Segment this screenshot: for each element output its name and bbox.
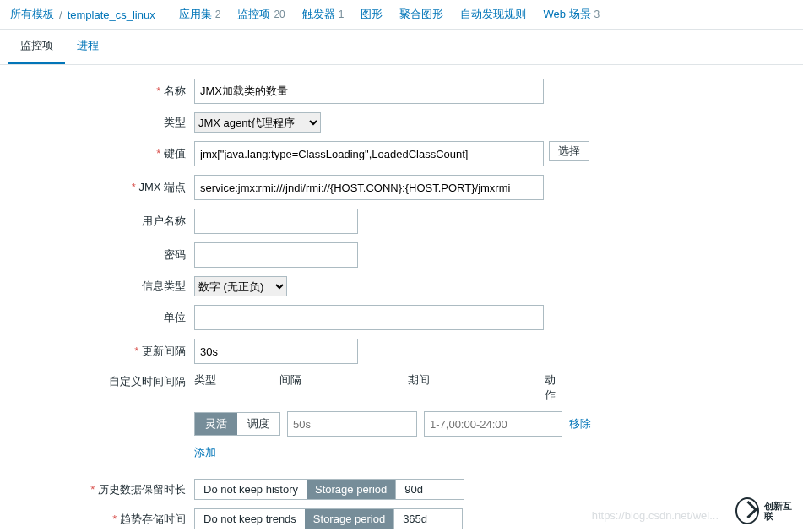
interval-row: 灵活 调度 移除 <box>194 411 591 437</box>
history-period[interactable]: Storage period <box>307 480 395 499</box>
key-input[interactable] <box>194 141 544 166</box>
breadcrumb-template[interactable]: template_cs_linux <box>68 8 155 21</box>
tab-screens-label: 聚合图形 <box>399 7 443 22</box>
sub-nav: 监控项 进程 <box>0 30 803 65</box>
trends-none[interactable]: Do not keep trends <box>195 509 305 529</box>
tab-applications-count: 2 <box>215 8 221 20</box>
jmx-endpoint-input[interactable] <box>194 175 544 200</box>
tab-discovery[interactable]: 自动发现规则 <box>452 5 534 24</box>
subtab-item[interactable]: 监控项 <box>8 30 65 64</box>
label-info-type: 信息类型 <box>8 279 194 294</box>
update-interval-input[interactable] <box>194 339 358 364</box>
tab-items[interactable]: 监控项 20 <box>229 5 293 24</box>
unit-input[interactable] <box>194 305 544 330</box>
history-toggle: Do not keep history Storage period <box>194 479 396 500</box>
label-password: 密码 <box>8 247 194 263</box>
tab-triggers[interactable]: 触发器 1 <box>294 5 353 24</box>
interval-type-scheduling[interactable]: 调度 <box>237 413 279 435</box>
tab-graphs-label: 图形 <box>361 7 383 22</box>
interval-delay-input[interactable] <box>287 411 417 437</box>
tab-web[interactable]: Web 场景 3 <box>534 5 608 24</box>
tab-items-count: 20 <box>274 8 285 20</box>
label-key: 键值 <box>8 146 194 161</box>
interval-col-interval: 间隔 <box>279 372 408 403</box>
tab-items-label: 监控项 <box>237 7 270 22</box>
tab-discovery-label: 自动发现规则 <box>460 7 526 22</box>
label-unit: 单位 <box>8 310 194 325</box>
interval-type-flexible[interactable]: 灵活 <box>195 413 237 435</box>
history-value[interactable]: 90d <box>396 479 464 500</box>
history-none[interactable]: Do not keep history <box>195 480 307 499</box>
tab-web-label: Web 场景 <box>543 7 590 22</box>
nav-tabs: 应用集 2 监控项 20 触发器 1 图形 聚合图形 自动发现规则 Web 场景… <box>171 5 609 24</box>
subtab-process[interactable]: 进程 <box>65 30 111 64</box>
interval-col-action: 动作 <box>545 372 566 403</box>
interval-col-period: 期间 <box>408 372 545 403</box>
tab-applications[interactable]: 应用集 2 <box>171 5 230 24</box>
info-type-select[interactable]: 数字 (无正负) <box>194 276 287 296</box>
label-custom-intervals: 自定义时间间隔 <box>8 372 194 389</box>
tab-web-count: 3 <box>594 8 600 20</box>
tab-triggers-label: 触发器 <box>302 7 335 22</box>
tab-applications-label: 应用集 <box>179 7 212 22</box>
label-trends: 趋势存储时间 <box>8 512 194 527</box>
tab-graphs[interactable]: 图形 <box>352 5 391 24</box>
corner-logo: 创新互联 <box>735 497 796 525</box>
trends-value[interactable]: 365d <box>394 508 463 529</box>
label-name: 名称 <box>8 84 194 99</box>
username-input[interactable] <box>194 209 358 234</box>
interval-col-type: 类型 <box>194 372 279 403</box>
type-select[interactable]: JMX agent代理程序 <box>194 112 321 133</box>
logo-icon <box>735 497 759 524</box>
label-history: 历史数据保留时长 <box>8 482 194 497</box>
interval-add-link[interactable]: 添加 <box>194 446 216 459</box>
label-jmx-endpoint: JMX 端点 <box>8 180 194 195</box>
item-form: 名称 类型 JMX agent代理程序 键值 选择 JMX 端点 用户名称 密码… <box>0 65 803 532</box>
interval-remove-link[interactable]: 移除 <box>569 416 591 432</box>
select-button[interactable]: 选择 <box>549 141 589 161</box>
name-input[interactable] <box>194 79 544 104</box>
breadcrumb-root[interactable]: 所有模板 <box>10 7 54 22</box>
tab-triggers-count: 1 <box>339 8 345 20</box>
interval-period-input[interactable] <box>424 411 562 437</box>
trends-period[interactable]: Storage period <box>305 509 393 529</box>
label-username: 用户名称 <box>8 214 194 229</box>
breadcrumb: 所有模板 / template_cs_linux <box>10 7 155 22</box>
breadcrumb-separator: / <box>59 8 62 21</box>
trends-toggle: Do not keep trends Storage period <box>194 508 394 529</box>
password-input[interactable] <box>194 242 358 268</box>
label-update-interval: 更新间隔 <box>8 344 194 359</box>
tab-screens[interactable]: 聚合图形 <box>391 5 452 24</box>
interval-header: 类型 间隔 期间 动作 <box>194 372 566 403</box>
interval-type-segment: 灵活 调度 <box>194 412 280 436</box>
top-nav: 所有模板 / template_cs_linux 应用集 2 监控项 20 触发… <box>0 0 803 30</box>
logo-text: 创新互联 <box>764 501 796 521</box>
label-type: 类型 <box>8 115 194 130</box>
